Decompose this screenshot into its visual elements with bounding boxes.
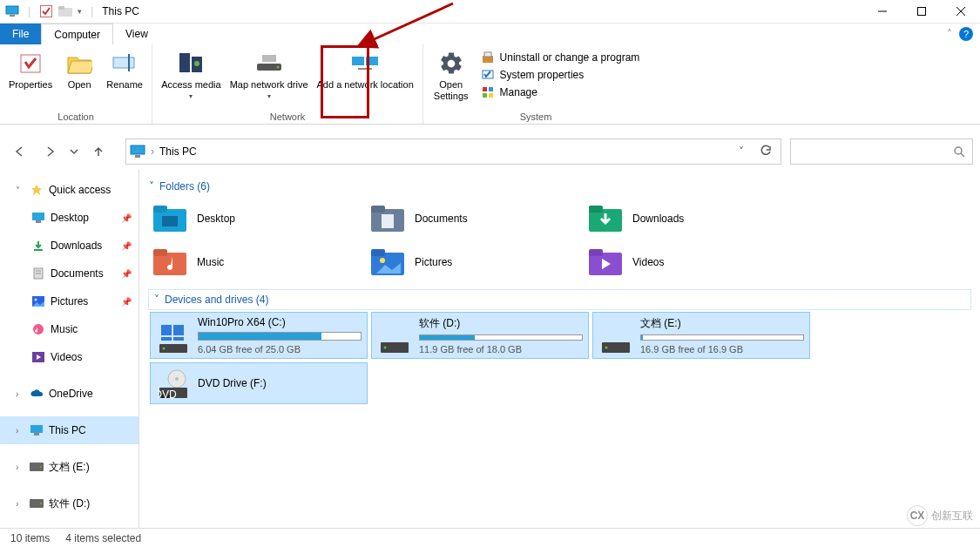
qat-dropdown-icon[interactable]: ▾ (78, 7, 82, 16)
svg-rect-4 (58, 6, 64, 10)
svg-point-71 (384, 347, 387, 349)
svg-rect-27 (489, 93, 493, 98)
svg-rect-66 (161, 337, 172, 341)
maximize-button[interactable] (902, 0, 941, 24)
svg-rect-19 (366, 57, 378, 65)
content: ˅ Folders (6) Desktop Documents Download… (139, 169, 980, 528)
folder-pictures[interactable]: Pictures (366, 240, 584, 284)
access-media-button[interactable]: Access media▾ (158, 48, 224, 111)
svg-rect-1 (10, 15, 15, 17)
sidebar-item-this-pc[interactable]: ›This PC (0, 416, 139, 444)
close-button[interactable] (941, 0, 980, 24)
svg-rect-64 (161, 325, 172, 335)
group-system-label: System (423, 111, 649, 124)
properties-button[interactable]: Properties (5, 48, 56, 111)
search-icon (953, 145, 965, 158)
sidebar-item-drive-e[interactable]: ›文档 (E:) (0, 453, 139, 481)
svg-rect-51 (162, 216, 178, 226)
drive-e[interactable]: 文档 (E:) 16.9 GB free of 16.9 GB (592, 312, 810, 359)
section-drives[interactable]: ˅ Devices and drives (4) (148, 289, 971, 310)
uninstall-program-button[interactable]: Uninstall or change a program (477, 50, 644, 65)
svg-line-32 (961, 153, 964, 157)
sidebar-item-quick-access[interactable]: ˅ Quick access (0, 176, 139, 204)
tab-view[interactable]: View (113, 24, 160, 44)
svg-rect-30 (135, 155, 140, 158)
svg-rect-29 (131, 145, 145, 154)
sidebar-item-drive-d[interactable]: ›软件 (D:) (0, 490, 139, 517)
recent-locations-button[interactable] (66, 139, 82, 164)
status-items: 10 items (10, 532, 50, 544)
folder-desktop[interactable]: Desktop (148, 197, 366, 240)
svg-rect-58 (153, 249, 167, 256)
drive-c[interactable]: Win10Pro X64 (C:) 6.04 GB free of 25.0 G… (150, 312, 368, 359)
svg-rect-53 (371, 206, 385, 213)
minimize-button[interactable] (862, 0, 902, 24)
svg-rect-44 (34, 433, 39, 436)
open-button[interactable]: Open (57, 48, 101, 111)
qat-checkbox-icon[interactable] (39, 4, 53, 18)
svg-rect-54 (382, 214, 394, 228)
folder-downloads[interactable]: Downloads (584, 197, 801, 240)
svg-point-14 (194, 61, 199, 66)
svg-rect-60 (371, 249, 385, 256)
sidebar-item-downloads[interactable]: Downloads📌 (0, 232, 139, 260)
svg-point-40 (35, 299, 37, 301)
ribbon-collapse-icon[interactable]: ˄ (947, 28, 952, 40)
sidebar-item-pictures[interactable]: Pictures📌 (0, 287, 139, 315)
rename-button[interactable]: Rename (103, 48, 146, 111)
svg-point-48 (40, 503, 42, 504)
svg-rect-33 (32, 213, 44, 220)
svg-rect-50 (153, 206, 167, 213)
map-drive-button[interactable]: Map network drive▾ (226, 48, 312, 111)
forward-button[interactable] (37, 139, 63, 164)
refresh-button[interactable] (754, 145, 777, 159)
group-location: Properties Open Rename Location (0, 44, 152, 124)
main: ˅ Quick access Desktop📌 Downloads📌 Docum… (0, 169, 980, 528)
open-settings-button[interactable]: Open Settings (427, 48, 476, 111)
address-path: This PC (159, 145, 197, 158)
sidebar-item-desktop[interactable]: Desktop📌 (0, 204, 139, 232)
chevron-down-icon: ˅ (154, 294, 159, 306)
tab-file[interactable]: File (0, 24, 41, 44)
back-button[interactable] (7, 139, 33, 164)
address-bar[interactable]: › This PC ˅ (125, 138, 781, 165)
folder-music[interactable]: Music (148, 240, 366, 284)
watermark-logo-icon: CX (907, 505, 928, 526)
svg-rect-6 (917, 8, 925, 16)
manage-button[interactable]: Manage (477, 84, 644, 100)
svg-point-17 (276, 66, 279, 69)
tab-computer[interactable]: Computer (41, 24, 113, 44)
svg-rect-56 (589, 206, 603, 213)
status-selected: 4 items selected (65, 532, 141, 544)
help-icon[interactable]: ? (959, 27, 973, 41)
svg-rect-0 (6, 6, 18, 14)
drive-d[interactable]: 软件 (D:) 11.9 GB free of 18.0 GB (371, 312, 589, 359)
svg-rect-18 (352, 57, 364, 65)
group-network-label: Network (152, 111, 422, 124)
sidebar-item-music[interactable]: Music (0, 315, 139, 343)
folder-videos[interactable]: Videos (584, 240, 801, 284)
address-dropdown-icon[interactable]: ˅ (733, 145, 749, 158)
section-folders[interactable]: ˅ Folders (6) (148, 176, 971, 197)
drive-f[interactable]: DVD DVD Drive (F:) (150, 362, 368, 404)
svg-rect-63 (589, 249, 603, 256)
sidebar-item-onedrive[interactable]: ›OneDrive (0, 380, 139, 408)
sidebar-item-videos[interactable]: Videos (0, 343, 139, 371)
system-properties-button[interactable]: System properties (477, 67, 644, 83)
svg-rect-12 (179, 53, 190, 72)
qat-folder-icon[interactable] (58, 4, 72, 18)
svg-point-31 (955, 147, 962, 154)
svg-rect-67 (173, 337, 184, 341)
svg-point-75 (175, 377, 179, 381)
svg-point-69 (163, 348, 166, 350)
up-button[interactable] (85, 139, 112, 164)
svg-point-46 (40, 466, 42, 468)
search-box[interactable] (790, 138, 973, 165)
add-network-location-button[interactable]: Add a network location (314, 48, 417, 111)
svg-rect-65 (173, 325, 184, 335)
sidebar-item-documents[interactable]: Documents📌 (0, 260, 139, 287)
watermark: CX 创新互联 (907, 505, 973, 526)
group-location-label: Location (0, 111, 152, 124)
folder-documents[interactable]: Documents (366, 197, 584, 240)
group-system: Open Settings Uninstall or change a prog… (423, 44, 649, 124)
